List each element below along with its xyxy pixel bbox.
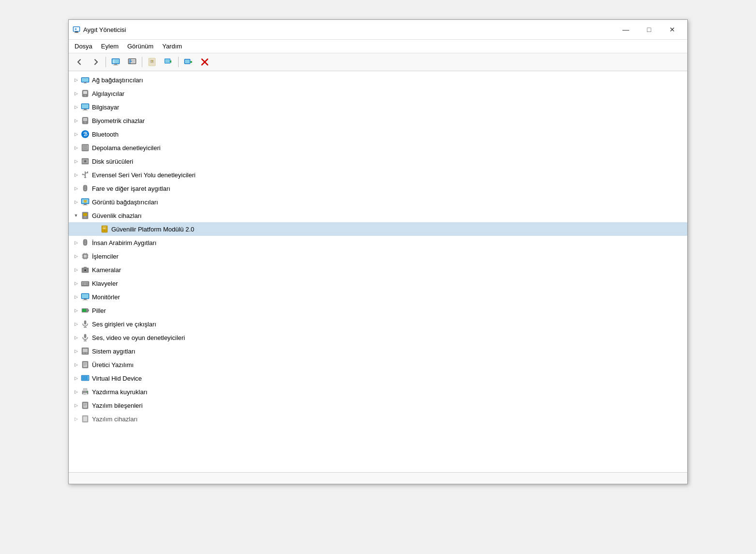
properties-button[interactable]: ? (144, 55, 160, 69)
device-tree[interactable]: ▷ Ağ bağdaştırıcıları ▷ (69, 71, 687, 472)
list-item[interactable]: ▷ Piller (69, 304, 687, 317)
svg-rect-105 (87, 282, 88, 283)
list-item[interactable]: ▷ Monitörler (69, 290, 687, 304)
list-item[interactable]: ▷ Evrensel Seri Veri Yolu denetleyiciler… (69, 168, 687, 182)
list-item[interactable]: ▷ TPM Güvenilir Platform Modülü 2.0 (69, 222, 687, 236)
window-title: Aygıt Yöneticisi (83, 26, 126, 33)
list-item[interactable]: ▷ GPU Görüntü bağdaştırıcıları (69, 195, 687, 209)
status-bar (69, 472, 687, 484)
audio-video-icon (80, 333, 90, 342)
svg-rect-108 (87, 284, 88, 285)
expand-icon[interactable]: ▷ (72, 292, 80, 301)
list-item[interactable]: ▷ Klavyeler (69, 277, 687, 290)
computer-view-button[interactable] (108, 55, 123, 69)
computer-icon (80, 102, 90, 112)
expand-icon[interactable]: ▷ (72, 76, 80, 84)
expand-icon[interactable]: ▷ (72, 333, 80, 342)
expand-icon[interactable]: ▷ (72, 415, 80, 423)
list-item[interactable]: ▷ Ağ bağdaştırıcıları (69, 73, 687, 87)
expand-icon[interactable]: ▷ (72, 320, 80, 328)
list-item[interactable]: ▷ Algılayıcılar (69, 87, 687, 100)
svg-rect-44 (83, 110, 88, 110)
svg-rect-104 (85, 282, 86, 283)
expand-icon[interactable]: ▷ (72, 103, 80, 111)
expand-icon[interactable]: ▷ (72, 198, 80, 206)
expand-icon[interactable]: ▷ (72, 360, 80, 369)
list-item[interactable]: ▷ Üretici Yazılımı (69, 358, 687, 371)
forward-button[interactable] (88, 55, 104, 69)
minimize-button[interactable]: — (615, 23, 637, 36)
svg-rect-70 (84, 204, 87, 205)
list-item[interactable]: ▷ Sistem aygıtları (69, 344, 687, 358)
add-hardware-button[interactable] (181, 55, 196, 69)
list-item[interactable]: ▷ Yazılım cihazları (69, 412, 687, 426)
expand-icon[interactable]: ▷ (72, 170, 80, 179)
item-label: Depolama denetleyicileri (92, 144, 161, 152)
expand-icon[interactable]: ▷ (72, 116, 80, 125)
close-button[interactable]: ✕ (661, 23, 683, 36)
menu-dosya[interactable]: Dosya (71, 41, 96, 52)
expand-icon[interactable]: ▷ (72, 184, 80, 193)
list-item[interactable]: ▷ Fare ve diğer işaret aygıtları (69, 182, 687, 195)
svg-rect-115 (82, 309, 86, 312)
svg-rect-100 (84, 267, 87, 268)
svg-rect-107 (84, 284, 86, 285)
list-item[interactable]: ▷ Kameralar (69, 263, 687, 277)
uninstall-button[interactable] (197, 55, 212, 69)
expand-icon[interactable]: ▷ (72, 347, 80, 355)
svg-rect-133 (82, 376, 84, 378)
svg-rect-151 (83, 416, 87, 421)
list-item[interactable]: ▷ Yazılım bileşenleri (69, 399, 687, 412)
toolbar-separator-1 (106, 57, 106, 67)
list-item[interactable]: ▼ Güvenlik cihazları (69, 209, 687, 222)
list-item[interactable]: ▷ İnsan Arabirim Aygıtları (69, 236, 687, 249)
list-item[interactable]: ▷ İşlemciler (69, 249, 687, 263)
expand-icon[interactable]: ▷ (72, 265, 80, 274)
expand-icon[interactable]: ▷ (72, 252, 80, 261)
svg-rect-17 (129, 60, 131, 61)
list-item[interactable]: ▷ ℬ Bluetooth (69, 127, 687, 141)
item-label: Evrensel Seri Veri Yolu denetleyicileri (92, 171, 196, 179)
svg-rect-141 (83, 393, 87, 395)
expand-icon[interactable]: ▷ (72, 89, 80, 98)
expand-icon[interactable]: ▷ (72, 143, 80, 152)
expand-icon[interactable]: ▼ (72, 211, 80, 220)
scan-button[interactable] (161, 55, 176, 69)
expand-icon[interactable]: ▷ (72, 238, 80, 247)
svg-point-64 (82, 174, 84, 175)
title-bar: ⚙ Aygıt Yöneticisi — □ ✕ (69, 20, 687, 40)
system-icon (80, 346, 90, 356)
list-item[interactable]: ▷ Biyometrik cihazlar (69, 114, 687, 127)
list-item[interactable]: ▷ Ses girişleri ve çıkışları (69, 317, 687, 331)
list-view-button[interactable] (124, 55, 140, 69)
list-item[interactable]: ▷ Ses, video ve oyun denetleyicileri (69, 331, 687, 344)
expand-icon[interactable]: ▷ (72, 130, 80, 138)
svg-rect-88 (84, 255, 87, 258)
maximize-button[interactable]: □ (638, 23, 660, 36)
list-item[interactable]: ▷ Depolama denetleyicileri (69, 141, 687, 154)
item-label: Ses girişleri ve çıkışları (92, 321, 156, 328)
expand-icon[interactable]: ▷ (72, 387, 80, 396)
expand-icon[interactable]: ▷ (72, 374, 80, 383)
svg-rect-114 (88, 309, 89, 311)
expand-icon[interactable]: ▷ (72, 306, 80, 315)
svg-rect-53 (82, 149, 88, 150)
menu-eylem[interactable]: Eylem (97, 41, 122, 52)
menu-gorunum[interactable]: Görünüm (123, 41, 157, 52)
expand-icon[interactable]: ▷ (72, 157, 80, 166)
camera-icon (80, 265, 90, 275)
expand-icon[interactable]: ▷ (72, 401, 80, 410)
svg-rect-123 (83, 349, 88, 352)
item-label: Güvenlik cihazları (92, 212, 142, 219)
list-item[interactable]: ▷ Disk sürücüleri (69, 154, 687, 168)
list-item[interactable]: ▷ Bilgisayar (69, 100, 687, 114)
svg-point-86 (85, 243, 86, 245)
expand-icon[interactable]: ▷ (72, 279, 80, 288)
menu-yardim[interactable]: Yardım (158, 41, 186, 52)
back-button[interactable] (72, 55, 87, 69)
svg-point-40 (85, 95, 86, 96)
list-item[interactable]: ▷ Yazdırma kuyrukları (69, 385, 687, 399)
list-item[interactable]: ▷ Virtual Hid Device (69, 371, 687, 385)
item-label: Disk sürücüleri (92, 158, 133, 165)
toolbar-separator-2 (142, 57, 142, 67)
